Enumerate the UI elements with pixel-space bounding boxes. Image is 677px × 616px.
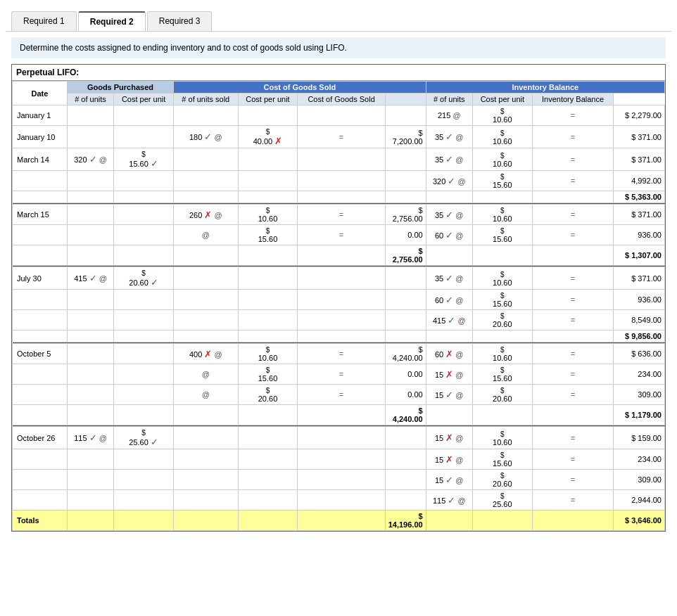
num-units-sold-header: # of units sold (174, 94, 238, 105)
jan1-inv-units: 215 (438, 111, 450, 120)
jul30-inv-total: $ 9,856.00 (614, 331, 665, 342)
table-row: 115 ✓ @ $25.60 = 2,944.00 (13, 490, 665, 511)
x-icon: ✗ (445, 454, 453, 465)
check-icon: ✓ (151, 158, 158, 169)
totals-inv: $ 3,646.00 (614, 511, 665, 531)
instruction-text: Determine the costs assigned to ending i… (11, 37, 666, 58)
jan1-eq: = (532, 105, 614, 126)
cost-per-unit-header: Cost per unit (114, 94, 174, 105)
totals-row: Totals $ 14,196.00 $ 3,646.00 (13, 511, 665, 531)
check-icon: ✓ (445, 154, 453, 165)
x-icon: ✗ (204, 210, 212, 220)
table-row: $ 2,756.00 $ 1,307.00 (13, 245, 665, 266)
tab-required3[interactable]: Required 3 (147, 11, 213, 31)
jan10-date: January 10 (13, 126, 68, 148)
jul30-date: July 30 (13, 267, 68, 290)
jan1-inv-bal: $ 2,279.00 (614, 105, 665, 126)
mar15-inv-total: $ 1,307.00 (614, 245, 665, 266)
oct26-date: October 26 (13, 427, 68, 449)
table-row: @ $20.60 = 0.00 15 ✓ @ $20.60 = 309.00 (13, 385, 665, 405)
check-icon: ✓ (448, 315, 455, 326)
jan10-sold-units: 180 (189, 133, 202, 141)
check-icon: ✓ (445, 295, 453, 305)
jan1-inv-cost: 10.60 (493, 115, 512, 124)
check-icon: ✓ (89, 273, 97, 283)
jan10-sold-cost: 40.00 (253, 137, 273, 146)
check-icon: ✓ (445, 230, 453, 240)
totals-label: Totals (13, 511, 68, 531)
check-icon: ✓ (445, 210, 453, 220)
table-row: January 1 215 @ $10.60 = $ 2,279.00 (13, 105, 665, 126)
x-icon: ✗ (445, 349, 453, 359)
check-icon: ✓ (445, 131, 453, 142)
table-row: 60 ✓ @ $15.60 = 936.00 (13, 290, 665, 310)
table-row: July 30 415 ✓ @ $ 20.60 ✓ (13, 267, 665, 290)
date-header: Date (13, 82, 68, 105)
x-icon: ✗ (274, 136, 282, 146)
table-row: $ 4,240.00 $ 1,179.00 (13, 405, 665, 425)
table-row: $ 5,363.00 (13, 191, 665, 203)
table-row: 320 ✓ @ $15.60 = 4,992.00 (13, 171, 665, 191)
cost-per-unit2-header: Cost per unit (238, 94, 298, 105)
table-row: 15 ✗ @ $15.60 = 234.00 (13, 449, 665, 470)
table-row: @ $15.60 = 0.00 15 ✗ @ $15.60 = 234.00 (13, 364, 665, 385)
jan10-cogs: $ 7,200.00 (385, 126, 426, 148)
mar14-date: March 14 (13, 148, 68, 171)
num-units-header: # of units (67, 94, 113, 105)
jan1-date: January 1 (13, 105, 68, 126)
mar15-date: March 15 (13, 205, 68, 225)
jan10-inv-units: 35 (435, 133, 443, 141)
table-row: October 5 400 ✗ @ $10.60 = $ 4,240.00 60… (13, 344, 665, 364)
totals-cogs: $ 14,196.00 (385, 511, 426, 531)
x-icon: ✗ (445, 369, 453, 380)
cogs-col-header: Cost of Goods Sold (298, 94, 385, 105)
check-icon: ✓ (448, 176, 455, 186)
table-row: January 10 180 ✓ @ $ 40.00 ✗ = $ 7,200.0… (13, 126, 665, 148)
num-units3-header: # of units (426, 94, 472, 105)
check-icon: ✓ (89, 154, 97, 165)
mar14-subtotal: $ 5,363.00 (614, 191, 665, 203)
inv-balance-col-header: Inventory Balance (532, 94, 614, 105)
table-row: 415 ✓ @ $20.60 = 8,549.00 (13, 310, 665, 331)
table-row: 15 ✓ @ $20.60 = 309.00 (13, 470, 665, 490)
at-sign: @ (453, 111, 460, 120)
x-icon: ✗ (445, 432, 453, 443)
cogs-header: Cost of Goods Sold (174, 82, 426, 94)
check-icon: ✓ (89, 432, 97, 443)
table-row: $ 9,856.00 (13, 331, 665, 342)
check-icon: ✓ (151, 277, 158, 288)
table-row: March 14 320 ✓ @ $ 15.60 ✓ (13, 148, 665, 171)
mar15-cogs-total: $ 2,756.00 (385, 245, 426, 266)
tab-required1[interactable]: Required 1 (11, 11, 77, 31)
check-icon: ✓ (445, 273, 453, 283)
tab-required2[interactable]: Required 2 (78, 11, 146, 31)
oct5-date: October 5 (13, 344, 68, 364)
check-icon: ✓ (445, 390, 453, 400)
table-row: October 26 115 ✓ @ $ 25.60 ✓ (13, 427, 665, 449)
goods-purchased-header: Goods Purchased (67, 82, 173, 94)
oct5-cogs-total: $ 4,240.00 (385, 405, 426, 425)
check-icon: ✓ (151, 437, 158, 447)
table-row: March 15 260 ✗ @ $10.60 = $ 2,756.00 35 … (13, 205, 665, 225)
oct5-inv-total: $ 1,179.00 (614, 405, 665, 425)
inv-balance-header: Inventory Balance (426, 82, 664, 94)
perpetual-lifo-table: Perpetual LIFO: Date Goods Purchased Cos… (11, 64, 666, 532)
check-icon: ✓ (448, 495, 455, 506)
check-icon: ✓ (204, 131, 212, 142)
jan10-inv-bal: $ 371.00 (614, 126, 665, 148)
check-icon: ✓ (445, 475, 453, 485)
x-icon: ✗ (204, 349, 212, 359)
section-title: Perpetual LIFO: (12, 65, 665, 81)
cost-per-unit3-header: Cost per unit (472, 94, 532, 105)
table-row: @ $15.60 = 0.00 60 ✓ @ $15.60 = 936.00 (13, 225, 665, 245)
tab-bar: Required 1 Required 2 Required 3 (6, 6, 671, 32)
